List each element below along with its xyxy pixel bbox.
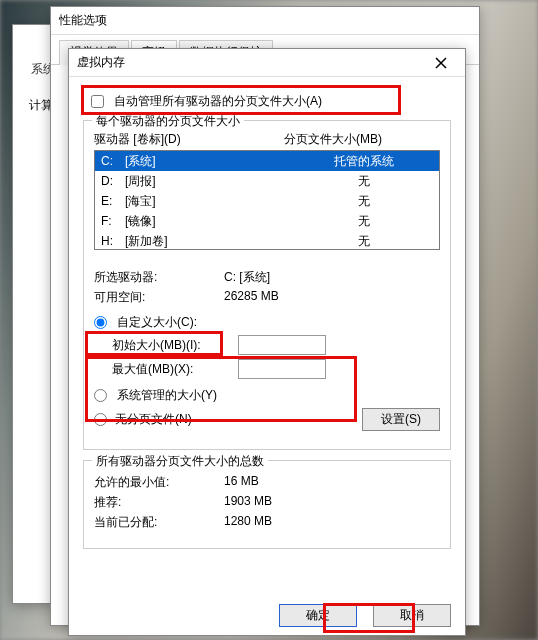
no-paging-label[interactable]: 无分页文件(N) [115,411,192,428]
dialog-footer: 确定 取消 [279,604,451,627]
rec-value: 1903 MB [224,494,272,511]
cur-row: 当前已分配: 1280 MB [94,514,440,531]
no-paging-row: 无分页文件(N) 设置(S) [94,408,440,431]
drive-letter: F: [101,212,125,230]
max-size-input[interactable] [238,359,326,379]
drive-size: 无 [295,212,433,230]
each-drive-legend: 每个驱动器的分页文件大小 [92,113,244,130]
drive-size: 无 [295,192,433,210]
drive-volume: [周报] [125,172,295,190]
drive-row[interactable]: E:[海宝]无 [95,191,439,211]
selected-drive-label: 所选驱动器: [94,269,224,286]
drive-letter: E: [101,192,125,210]
drive-volume: [海宝] [125,192,295,210]
drive-list-header: 驱动器 [卷标](D) 分页文件大小(MB) [94,131,440,148]
drive-letter: D: [101,172,125,190]
performance-options-title: 性能选项 [59,12,107,29]
drive-letter: C: [101,152,125,170]
drive-volume: [新加卷] [125,232,295,250]
auto-manage-label[interactable]: 自动管理所有驱动器的分页文件大小(A) [114,93,322,110]
drive-volume: [镜像] [125,212,295,230]
initial-size-input[interactable] [238,335,326,355]
initial-size-row: 初始大小(MB)(I): [94,335,440,355]
custom-size-radio[interactable] [94,316,107,329]
min-row: 允许的最小值: 16 MB [94,474,440,491]
free-space-value: 26285 MB [224,289,279,306]
max-size-row: 最大值(MB)(X): [94,359,440,379]
selected-drive-value: C: [系统] [224,269,270,286]
auto-manage-row: 自动管理所有驱动器的分页文件大小(A) [91,93,451,110]
system-managed-label[interactable]: 系统管理的大小(Y) [117,387,217,404]
drive-row[interactable]: C:[系统]托管的系统 [95,151,439,171]
auto-manage-checkbox[interactable] [91,95,104,108]
initial-size-label: 初始大小(MB)(I): [112,337,232,354]
totals-group: 所有驱动器分页文件大小的总数 允许的最小值: 16 MB 推荐: 1903 MB… [83,460,451,549]
close-icon[interactable] [425,51,457,75]
cur-value: 1280 MB [224,514,272,531]
min-value: 16 MB [224,474,259,491]
cancel-button[interactable]: 取消 [373,604,451,627]
selected-drive-row: 所选驱动器: C: [系统] [94,269,440,286]
rec-row: 推荐: 1903 MB [94,494,440,511]
free-space-row: 可用空间: 26285 MB [94,289,440,306]
min-label: 允许的最小值: [94,474,224,491]
virtual-memory-dialog: 虚拟内存 自动管理所有驱动器的分页文件大小(A) 每个驱动器的分页文件大小 驱动… [68,48,466,636]
custom-size-row: 自定义大小(C): [94,314,440,331]
ok-button[interactable]: 确定 [279,604,357,627]
totals-legend: 所有驱动器分页文件大小的总数 [92,453,268,470]
drive-list[interactable]: C:[系统]托管的系统D:[周报]无E:[海宝]无F:[镜像]无H:[新加卷]无 [94,150,440,250]
cur-label: 当前已分配: [94,514,224,531]
virtual-memory-title: 虚拟内存 [77,54,125,71]
set-button[interactable]: 设置(S) [362,408,440,431]
performance-options-titlebar: 性能选项 [51,7,479,35]
drive-row[interactable]: H:[新加卷]无 [95,231,439,250]
drive-row[interactable]: D:[周报]无 [95,171,439,191]
rec-label: 推荐: [94,494,224,511]
drive-size: 无 [295,172,433,190]
max-size-label: 最大值(MB)(X): [112,361,232,378]
custom-size-label[interactable]: 自定义大小(C): [117,314,197,331]
col-drive: 驱动器 [卷标](D) [94,131,244,148]
no-paging-radio[interactable] [94,413,107,426]
drive-size: 无 [295,232,433,250]
col-pagefile: 分页文件大小(MB) [284,131,382,148]
system-managed-row: 系统管理的大小(Y) [94,387,440,404]
drive-letter: H: [101,232,125,250]
virtual-memory-titlebar: 虚拟内存 [69,49,465,77]
drive-size: 托管的系统 [295,152,433,170]
drive-row[interactable]: F:[镜像]无 [95,211,439,231]
free-space-label: 可用空间: [94,289,224,306]
each-drive-group: 每个驱动器的分页文件大小 驱动器 [卷标](D) 分页文件大小(MB) C:[系… [83,120,451,450]
system-managed-radio[interactable] [94,389,107,402]
drive-volume: [系统] [125,152,295,170]
